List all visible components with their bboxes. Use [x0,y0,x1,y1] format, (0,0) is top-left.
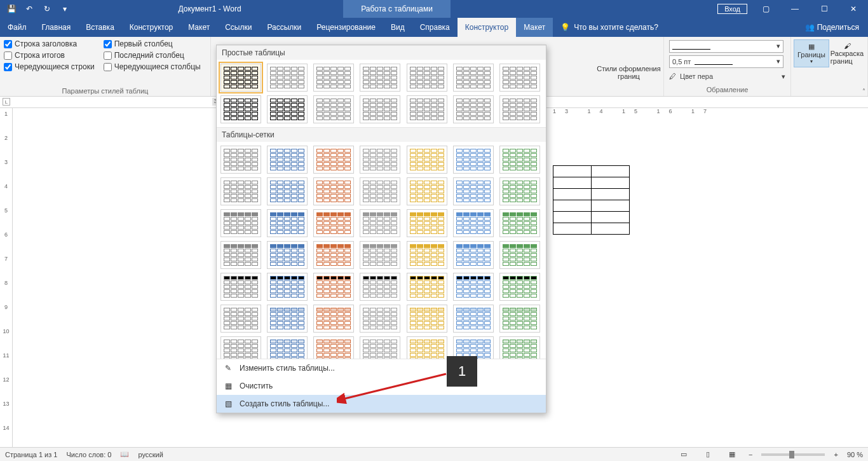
table-style-thumb[interactable] [267,64,308,92]
close-button[interactable]: ✕ [839,0,868,18]
table-style-thumb[interactable] [453,177,494,205]
pen-color-button[interactable]: 🖊 Цвет пера ▾ [669,69,785,83]
zoom-in-button[interactable]: + [834,451,837,458]
table-style-thumb[interactable] [499,209,540,237]
table-style-thumb[interactable] [453,95,494,123]
table-style-thumb[interactable] [499,336,540,359]
border-styles-dropdown[interactable]: Стили оформления границ [594,37,664,96]
table-style-thumb[interactable] [499,146,540,174]
table-style-thumb[interactable] [499,95,540,123]
read-mode-button[interactable]: ▭ [676,449,691,460]
table-style-thumb[interactable] [453,241,494,269]
tab-table-design[interactable]: Конструктор [458,18,516,37]
table-style-thumb[interactable] [453,146,494,174]
table-style-thumb[interactable] [499,177,540,205]
table-style-thumb[interactable] [407,305,447,333]
print-layout-button[interactable]: ▯ [700,449,715,460]
table-style-thumb[interactable] [407,241,447,269]
word-count[interactable]: Число слов: 0 [66,451,111,458]
table-style-thumb[interactable] [267,146,308,174]
document-table[interactable] [553,165,630,235]
table-style-thumb[interactable] [407,336,447,359]
table-style-thumb[interactable] [407,146,447,174]
login-button[interactable]: Вход [717,4,747,14]
table-style-thumb[interactable] [267,305,308,333]
tab-references[interactable]: Ссылки [217,18,259,37]
table-style-thumb[interactable] [360,64,400,92]
save-button[interactable]: 💾 [3,0,20,18]
table-style-thumb[interactable] [360,209,400,237]
page-indicator[interactable]: Страница 1 из 1 [5,451,57,458]
table-style-thumb[interactable] [499,241,540,269]
redo-button[interactable]: ↻ [38,0,56,18]
total-row-checkbox[interactable]: Строка итогов [4,51,95,60]
minimize-button[interactable]: — [780,0,810,18]
table-style-thumb[interactable] [220,177,261,205]
table-style-thumb[interactable] [453,273,494,301]
table-style-thumb[interactable] [360,95,400,123]
table-style-thumb[interactable] [313,273,354,301]
vertical-ruler[interactable]: 1 2 3 4 5 6 7 8 9 10 11 12 13 14 [0,108,13,447]
banded-rows-checkbox[interactable]: Чередующиеся строки [4,62,95,71]
table-style-thumb[interactable] [407,273,447,301]
pen-weight-combo[interactable]: 0,5 пт ▾ [669,55,785,69]
table-style-thumb[interactable] [313,209,354,237]
tab-file[interactable]: Файл [0,18,34,37]
tab-table-layout[interactable]: Макет [516,18,553,37]
tab-review[interactable]: Рецензирование [309,18,383,37]
tab-design[interactable]: Конструктор [122,18,180,37]
table-style-thumb[interactable] [453,336,494,359]
table-style-thumb[interactable] [220,146,261,174]
tab-layout[interactable]: Макет [180,18,217,37]
table-style-thumb[interactable] [499,273,540,301]
tab-view[interactable]: Вид [383,18,412,37]
spellcheck-icon[interactable]: 📖 [120,450,129,458]
zoom-out-button[interactable]: − [749,451,752,458]
table-style-thumb[interactable] [220,64,261,92]
table-style-thumb[interactable] [453,64,494,92]
tab-help[interactable]: Справка [412,18,458,37]
table-style-thumb[interactable] [499,64,540,92]
tab-insert[interactable]: Вставка [78,18,122,37]
table-style-thumb[interactable] [360,241,400,269]
table-style-thumb[interactable] [499,305,540,333]
header-row-checkbox[interactable]: Строка заголовка [4,39,95,48]
table-style-thumb[interactable] [313,336,354,359]
clear-table-style-menuitem[interactable]: ▦ Очистить [217,377,546,395]
web-layout-button[interactable]: ▦ [724,449,740,460]
table-style-thumb[interactable] [267,241,308,269]
new-table-style-menuitem[interactable]: ▧ Создать стиль таблицы... [217,395,546,413]
table-style-thumb[interactable] [220,305,261,333]
share-button[interactable]: 👥 Поделиться [796,18,868,37]
table-style-thumb[interactable] [360,273,400,301]
table-style-thumb[interactable] [267,95,308,123]
collapse-ribbon-button[interactable]: ˄ [862,88,865,95]
first-column-checkbox[interactable]: Первый столбец [104,39,201,48]
table-style-thumb[interactable] [407,95,447,123]
table-style-thumb[interactable] [407,209,447,237]
language-indicator[interactable]: русский [138,451,163,458]
table-style-thumb[interactable] [220,241,261,269]
table-style-thumb[interactable] [220,273,261,301]
borders-button[interactable]: ▦ Границы ▾ [794,39,829,67]
table-style-thumb[interactable] [220,95,261,123]
table-style-thumb[interactable] [453,209,494,237]
table-style-thumb[interactable] [407,177,447,205]
table-style-thumb[interactable] [360,177,400,205]
table-style-thumb[interactable] [267,336,308,359]
table-style-thumb[interactable] [220,209,261,237]
border-painter-button[interactable]: 🖌 Раскраска границ [829,39,865,67]
tab-home[interactable]: Главная [34,18,79,37]
tab-mailings[interactable]: Рассылки [259,18,309,37]
table-style-thumb[interactable] [267,177,308,205]
table-style-thumb[interactable] [360,146,400,174]
maximize-button[interactable]: ☐ [810,0,839,18]
tell-me-search[interactable]: 💡 Что вы хотите сделать? [553,18,666,37]
table-style-thumb[interactable] [267,209,308,237]
qat-customize-button[interactable]: ▾ [56,0,74,18]
table-style-thumb[interactable] [360,305,400,333]
table-style-thumb[interactable] [267,273,308,301]
table-style-thumb[interactable] [220,336,261,359]
banded-columns-checkbox[interactable]: Чередующиеся столбцы [104,62,201,71]
table-style-thumb[interactable] [360,336,400,359]
